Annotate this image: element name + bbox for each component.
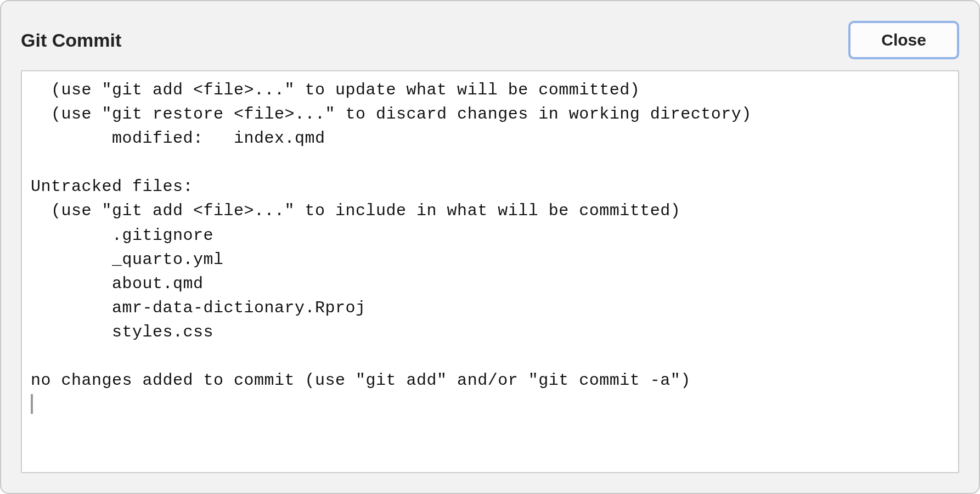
terminal-output-panel[interactable]: (use "git add <file>..." to update what … [21,70,959,473]
terminal-text: (use "git add <file>..." to update what … [31,81,752,390]
close-button[interactable]: Close [848,21,959,59]
dialog-title: Git Commit [21,30,121,51]
terminal-content: (use "git add <file>..." to update what … [31,78,949,417]
dialog-header: Git Commit Close [21,14,959,59]
git-commit-dialog: Git Commit Close (use "git add <file>...… [0,0,980,494]
text-cursor [31,394,33,414]
